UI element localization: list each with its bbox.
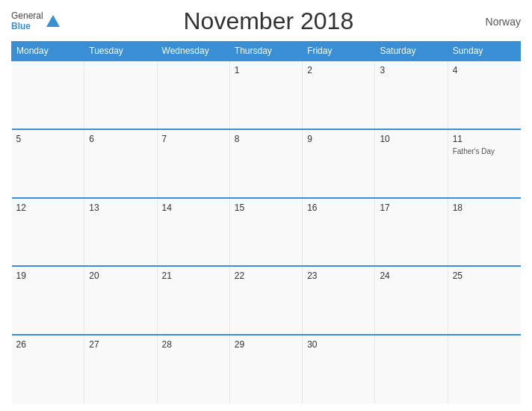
day-cell: 27 xyxy=(84,335,157,404)
day-cell: 10 xyxy=(375,129,448,198)
day-cell xyxy=(84,61,157,129)
logo-blue-text: Blue xyxy=(11,22,43,31)
day-cell: 26 xyxy=(12,335,84,404)
calendar-table: Monday Tuesday Wednesday Thursday Friday… xyxy=(11,41,521,404)
week-row-1: 567891011Father's Day xyxy=(12,129,521,198)
weekday-header-row: Monday Tuesday Wednesday Thursday Friday… xyxy=(12,42,521,61)
month-title: November 2018 xyxy=(61,7,476,35)
week-row-3: 19202122232425 xyxy=(12,266,521,335)
day-number: 23 xyxy=(307,271,370,281)
day-number: 15 xyxy=(235,203,297,213)
country-label: Norway xyxy=(476,16,521,28)
day-number: 3 xyxy=(380,65,442,75)
day-number: 17 xyxy=(380,203,442,213)
logo: General Blue xyxy=(11,11,61,31)
day-number: 1 xyxy=(235,65,297,75)
header-friday: Friday xyxy=(303,42,375,61)
header-tuesday: Tuesday xyxy=(84,42,157,61)
logo-icon xyxy=(45,13,61,30)
day-cell: 19 xyxy=(12,266,84,335)
day-number: 12 xyxy=(16,203,80,213)
day-cell: 13 xyxy=(84,198,157,267)
day-event: Father's Day xyxy=(453,147,495,155)
day-number: 11 xyxy=(453,134,516,144)
logo-general-text: General xyxy=(11,11,43,21)
day-cell: 5 xyxy=(12,129,84,198)
week-row-4: 2627282930 xyxy=(12,335,521,404)
day-cell: 12 xyxy=(12,198,84,267)
day-cell: 7 xyxy=(157,129,229,198)
day-number: 5 xyxy=(16,134,80,144)
day-number: 6 xyxy=(89,134,152,144)
header-wednesday: Wednesday xyxy=(157,42,229,61)
day-number: 22 xyxy=(235,271,297,281)
day-cell: 8 xyxy=(229,129,302,198)
day-cell: 2 xyxy=(303,61,375,129)
day-cell: 3 xyxy=(375,61,448,129)
header-thursday: Thursday xyxy=(229,42,302,61)
day-number: 29 xyxy=(235,339,297,350)
header-sunday: Sunday xyxy=(448,42,520,61)
day-cell: 14 xyxy=(157,198,229,267)
day-cell xyxy=(157,61,229,129)
day-cell: 22 xyxy=(229,266,302,335)
day-number: 2 xyxy=(307,65,370,75)
day-cell: 16 xyxy=(303,198,375,267)
day-number: 14 xyxy=(162,203,225,213)
day-number: 19 xyxy=(16,271,80,281)
day-cell: 17 xyxy=(375,198,448,267)
week-row-0: 1234 xyxy=(12,61,521,129)
day-cell: 18 xyxy=(448,198,520,267)
day-cell: 30 xyxy=(303,335,375,404)
day-number: 8 xyxy=(235,134,297,144)
day-number: 28 xyxy=(162,339,225,350)
day-number: 21 xyxy=(162,271,225,281)
day-number: 4 xyxy=(453,65,516,75)
day-cell xyxy=(12,61,84,129)
day-number: 20 xyxy=(89,271,152,281)
day-cell xyxy=(448,335,520,404)
day-number: 27 xyxy=(89,339,152,350)
day-cell: 24 xyxy=(375,266,448,335)
day-cell: 23 xyxy=(303,266,375,335)
day-cell: 15 xyxy=(229,198,302,267)
week-row-2: 12131415161718 xyxy=(12,198,521,267)
day-cell: 21 xyxy=(157,266,229,335)
header-saturday: Saturday xyxy=(375,42,448,61)
day-cell: 9 xyxy=(303,129,375,198)
day-cell: 4 xyxy=(448,61,520,129)
day-cell: 29 xyxy=(229,335,302,404)
day-number: 18 xyxy=(453,203,516,213)
day-number: 7 xyxy=(162,134,225,144)
svg-marker-0 xyxy=(46,15,60,27)
day-number: 24 xyxy=(380,271,442,281)
day-cell: 25 xyxy=(448,266,520,335)
day-cell: 20 xyxy=(84,266,157,335)
day-number: 16 xyxy=(307,203,370,213)
day-cell: 6 xyxy=(84,129,157,198)
day-number: 26 xyxy=(16,339,80,350)
calendar-container: General Blue November 2018 Norway Monday… xyxy=(0,0,532,411)
day-number: 25 xyxy=(453,271,516,281)
day-cell: 11Father's Day xyxy=(448,129,520,198)
day-cell xyxy=(375,335,448,404)
day-number: 30 xyxy=(307,339,370,350)
day-number: 10 xyxy=(380,134,442,144)
calendar-header: General Blue November 2018 Norway xyxy=(11,7,521,35)
day-number: 13 xyxy=(89,203,152,213)
day-cell: 28 xyxy=(157,335,229,404)
header-monday: Monday xyxy=(12,42,84,61)
day-number: 9 xyxy=(307,134,370,144)
day-cell: 1 xyxy=(229,61,302,129)
